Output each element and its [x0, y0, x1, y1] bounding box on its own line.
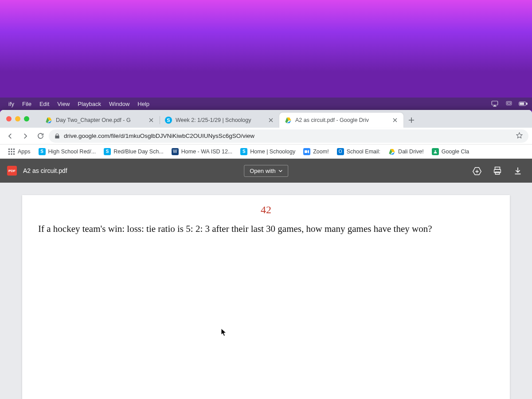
desktop-background [0, 0, 532, 98]
bookmark-high-school[interactable]: S High School Red/... [35, 146, 100, 157]
svg-rect-17 [495, 167, 500, 170]
svg-rect-6 [8, 149, 10, 150]
chevron-down-icon [278, 169, 282, 173]
airplay-icon[interactable] [490, 100, 499, 107]
bookmark-label: Red/Blue Day Sch... [113, 149, 164, 155]
open-with-label: Open with [250, 168, 276, 174]
window-minimize-button[interactable] [15, 116, 20, 121]
tab-0[interactable]: Day Two_Chapter One.pdf - G [40, 113, 160, 128]
window-maximize-button[interactable] [24, 116, 29, 121]
svg-rect-9 [8, 151, 10, 152]
battery-icon[interactable] [519, 100, 528, 107]
menu-edit[interactable]: Edit [35, 101, 53, 107]
tab-title: Day Two_Chapter One.pdf - G [56, 117, 145, 123]
menu-app-name[interactable]: ify [4, 101, 18, 107]
window-controls [6, 116, 29, 121]
tab-title: A2 as circuit.pdf - Google Driv [295, 117, 388, 123]
print-button[interactable] [490, 164, 505, 178]
schoology-icon: S [104, 148, 111, 155]
svg-rect-2 [508, 102, 511, 104]
forward-button[interactable] [19, 129, 32, 143]
schoology-icon: S [165, 117, 172, 124]
bookmark-label: Apps [18, 149, 31, 155]
menu-help[interactable]: Help [133, 101, 153, 107]
svg-rect-12 [8, 153, 10, 155]
svg-rect-10 [11, 151, 12, 152]
bookmark-label: School Email: [347, 149, 380, 155]
drive-viewer-toolbar: PDF A2 as circuit.pdf Open with [0, 159, 532, 183]
schoology-icon: S [240, 148, 247, 155]
pdf-page: 42 If a hockey team's win: loss: tie rat… [22, 195, 510, 399]
window-close-button[interactable] [6, 116, 12, 121]
problem-text: If a hockey team's win: loss: tie ratio … [38, 222, 494, 236]
svg-point-16 [434, 150, 436, 151]
svg-rect-0 [492, 101, 498, 105]
tab-1[interactable]: S Week 2: 1/25-1/29 | Schoology [160, 113, 279, 128]
document-name: A2 as circuit.pdf [23, 167, 67, 174]
address-bar[interactable]: drive.google.com/file/d/1mkuOsglbDJVNiKi… [49, 129, 528, 143]
drive-icon [285, 117, 292, 124]
bookmark-label: Home | Schoology [250, 149, 295, 155]
svg-rect-19 [495, 172, 499, 175]
screen-icon[interactable] [505, 100, 513, 107]
browser-window: Day Two_Chapter One.pdf - G S Week 2: 1/… [0, 110, 532, 399]
schoology-icon: S [39, 148, 46, 155]
bookmark-email[interactable]: O School Email: [333, 146, 384, 157]
svg-rect-7 [11, 149, 12, 150]
bookmark-label: Dali Drive! [398, 149, 424, 155]
bookmark-zoom[interactable]: Zoom! [300, 146, 332, 157]
macos-menubar: ify File Edit View Playback Window Help [0, 98, 532, 110]
tab-title: Week 2: 1/25-1/29 | Schoology [176, 117, 264, 123]
bookmark-dali-drive[interactable]: Dali Drive! [385, 146, 427, 157]
svg-rect-13 [11, 153, 12, 155]
bookmark-classroom[interactable]: Google Cla [428, 146, 473, 157]
menu-view[interactable]: View [53, 101, 74, 107]
classroom-icon [432, 148, 439, 155]
svg-rect-5 [520, 102, 524, 105]
svg-rect-8 [13, 149, 15, 150]
document-viewport[interactable]: 42 If a hockey team's win: loss: tie rat… [0, 183, 532, 399]
bookmark-star-icon[interactable] [516, 132, 523, 141]
bookmarks-bar: Apps S High School Red/... S Red/Blue Da… [0, 145, 532, 159]
menu-file[interactable]: File [18, 101, 35, 107]
browser-toolbar: drive.google.com/file/d/1mkuOsglbDJVNiKi… [0, 128, 532, 145]
tab-2-active[interactable]: A2 as circuit.pdf - Google Driv [279, 113, 403, 128]
bookmark-schoology-home[interactable]: S Home | Schoology [237, 146, 299, 157]
generic-favicon: W [172, 148, 179, 155]
svg-rect-4 [526, 103, 527, 105]
bookmark-label: High School Red/... [48, 149, 96, 155]
bookmark-label: Home - WA ISD 12... [181, 149, 233, 155]
menu-window[interactable]: Window [105, 101, 133, 107]
outlook-icon: O [337, 148, 344, 155]
zoom-icon [303, 148, 310, 155]
url-text: drive.google.com/file/d/1mkuOsglbDJVNiKi… [64, 133, 254, 139]
svg-rect-11 [13, 151, 15, 152]
add-shortcut-button[interactable] [470, 164, 484, 178]
reload-button[interactable] [34, 129, 47, 143]
new-tab-button[interactable] [405, 114, 418, 126]
open-with-button[interactable]: Open with [244, 165, 288, 177]
drive-icon [388, 148, 395, 155]
download-button[interactable] [511, 164, 525, 178]
lock-icon [54, 133, 60, 139]
svg-rect-14 [13, 153, 15, 155]
tab-strip: Day Two_Chapter One.pdf - G S Week 2: 1/… [0, 110, 532, 128]
menu-playback[interactable]: Playback [74, 101, 105, 107]
apps-grid-icon [8, 148, 15, 155]
bookmark-label: Google Cla [442, 149, 469, 155]
pdf-badge-icon: PDF [7, 166, 17, 176]
bookmark-red-blue[interactable]: S Red/Blue Day Sch... [100, 146, 167, 157]
apps-bookmark[interactable]: Apps [4, 146, 34, 157]
tab-close-button[interactable] [392, 117, 398, 123]
bookmark-label: Zoom! [313, 149, 329, 155]
tab-close-button[interactable] [148, 117, 154, 123]
bookmark-waisd[interactable]: W Home - WA ISD 12... [168, 146, 236, 157]
tab-close-button[interactable] [268, 117, 274, 123]
problem-number: 42 [38, 204, 494, 216]
svg-rect-15 [305, 150, 307, 153]
back-button[interactable] [4, 129, 17, 143]
drive-icon [45, 117, 52, 124]
svg-rect-1 [506, 102, 512, 105]
